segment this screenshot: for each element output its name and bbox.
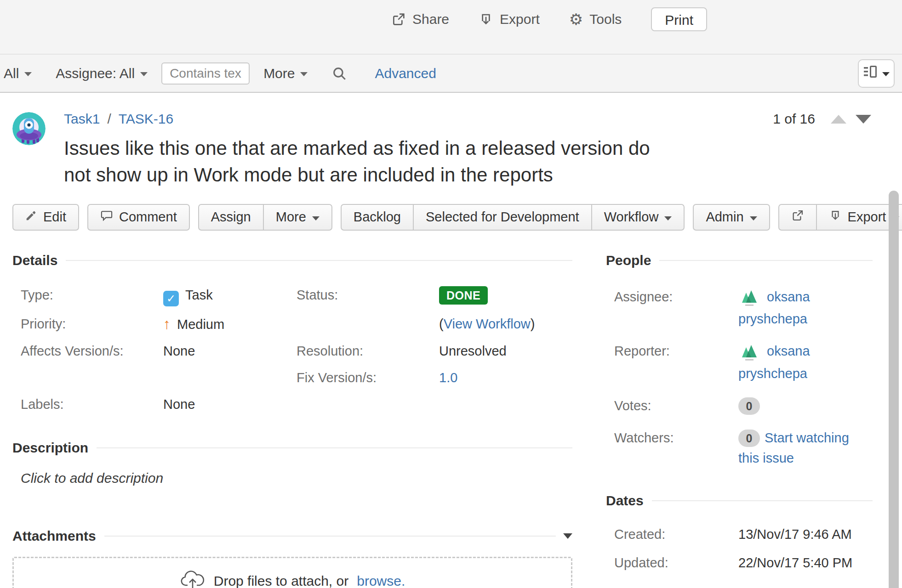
status-value: DONE [439,286,572,306]
export-label: Export [848,209,886,225]
user-avatar [738,287,760,309]
spacer [297,395,439,413]
breadcrumb-separator: / [107,111,111,127]
comment-label: Comment [119,209,177,225]
assignee-value: oksana pryshchepa [738,287,873,329]
edit-button[interactable]: Edit [12,204,79,231]
dates-heading: Dates [606,493,644,509]
share-button[interactable]: Share [391,7,449,31]
view-workflow: (View Workflow) [439,315,572,334]
export-top-button[interactable]: Export [479,7,540,31]
reporter-value: oksana pryshchepa [738,341,873,383]
fix-version-link[interactable]: 1.0 [439,370,457,385]
spacer [163,368,297,387]
divider [66,260,572,261]
divider [97,447,572,448]
attachments-heading: Attachments [12,528,96,544]
issue-title: Issues like this one that are marked as … [64,135,655,188]
comment-group: Comment [87,204,190,231]
divider [652,500,873,501]
filter-more-dropdown[interactable]: More [263,66,308,81]
priority-label: Priority: [21,315,163,334]
issue-actions-toolbar: Edit Comment Assign More Backlog Select [12,204,890,231]
comment-bubble-icon [100,209,113,225]
chevron-down-icon [750,216,757,220]
export-label: Export [500,11,540,27]
file-dropzone[interactable]: Drop files to attach, or browse. [12,557,572,588]
issue-header: Task1 / TASK-16 1 of 16 Issues like this… [12,111,890,188]
status-label: Status: [297,286,439,306]
affects-version-value: None [163,342,297,360]
resolution-value: Unresolved [439,342,572,360]
filter-assignee-dropdown[interactable]: Assignee: All [56,66,148,81]
fix-version-label: Fix Version/s: [297,368,439,387]
created-value: 13/Nov/17 9:46 AM [738,525,873,543]
filter-all-dropdown[interactable]: All [4,66,32,81]
breadcrumb-issue-link[interactable]: TASK-16 [119,111,174,127]
detail-view-icon [863,65,878,82]
user-avatar [738,341,760,363]
scrollbar-thumb[interactable] [889,191,899,588]
attachments-module: Attachments Drop files to attach, or bro… [12,528,572,588]
details-grid: Type: ✓Task Status: DONE Priority: ↑Medi… [12,286,572,413]
scrollbar-track [886,187,902,588]
priority-value: ↑Medium [163,315,297,334]
breadcrumb-project-link[interactable]: Task1 [64,111,100,127]
chevron-down-icon [24,72,32,76]
advanced-link[interactable]: Advanced [375,66,436,81]
next-issue-button[interactable] [856,115,871,124]
spacer [439,395,572,413]
affects-version-label: Affects Version/s: [21,342,163,360]
print-button[interactable]: Print [651,7,707,31]
search-icon[interactable] [331,66,347,81]
comment-button[interactable]: Comment [87,204,190,231]
chevron-down-icon [140,72,148,76]
people-grid: Assignee: oksana pryshchepa Reporter: [606,287,873,468]
workflow-transition-group: Backlog Selected for Development Workflo… [341,204,685,231]
updated-label: Updated: [614,554,738,572]
assign-button[interactable]: Assign [198,204,264,231]
export-icon [479,12,493,27]
tools-label: Tools [589,11,622,27]
priority-medium-icon: ↑ [163,316,171,332]
tools-button[interactable]: ⚙ Tools [569,7,622,31]
share-issue-button[interactable] [778,204,817,231]
spacer [297,315,439,334]
pager-count: 1 of 16 [773,111,815,127]
share-icon [791,209,804,225]
divider [104,536,556,537]
share-export-group: Export [778,204,902,231]
contains-text-input[interactable] [161,62,250,85]
collapse-attachments-caret[interactable] [563,533,572,539]
assign-group: Assign More [198,204,332,231]
view-workflow-link[interactable]: View Workflow [444,317,531,331]
issue-header-right: Task1 / TASK-16 1 of 16 Issues like this… [64,111,890,188]
status-badge: DONE [439,286,488,305]
spacer [21,368,163,387]
filter-assignee-label: Assignee: All [56,66,135,81]
add-description-placeholder[interactable]: Click to add description [12,470,572,486]
chevron-down-icon [300,72,308,76]
selected-for-development-button[interactable]: Selected for Development [413,204,592,231]
filter-all-label: All [4,66,19,81]
admin-button[interactable]: Admin [693,204,770,231]
votes-count-badge: 0 [738,397,760,415]
divider [659,260,873,261]
chevron-down-icon [312,216,320,220]
watchers-count-badge: 0 [738,430,760,447]
previous-issue-button[interactable] [831,115,846,124]
right-column: People Assignee: oksana pryshchepa [606,253,873,588]
backlog-button[interactable]: Backlog [341,204,414,231]
watchers-value: 0Start watching this issue [738,428,873,468]
workflow-label: Workflow [604,209,659,225]
chevron-down-icon [882,72,890,76]
labels-label: Labels: [21,395,163,413]
issue-detail-panel: Task1 / TASK-16 1 of 16 Issues like this… [0,93,902,588]
drop-files-text: Drop files to attach, or [214,573,348,588]
more-actions-button[interactable]: More [263,204,332,231]
cloud-upload-icon [180,569,206,588]
workflow-button[interactable]: Workflow [591,204,685,231]
layout-switcher-button[interactable] [858,59,895,88]
filter-more-label: More [263,66,295,81]
browse-link[interactable]: browse. [357,573,405,588]
